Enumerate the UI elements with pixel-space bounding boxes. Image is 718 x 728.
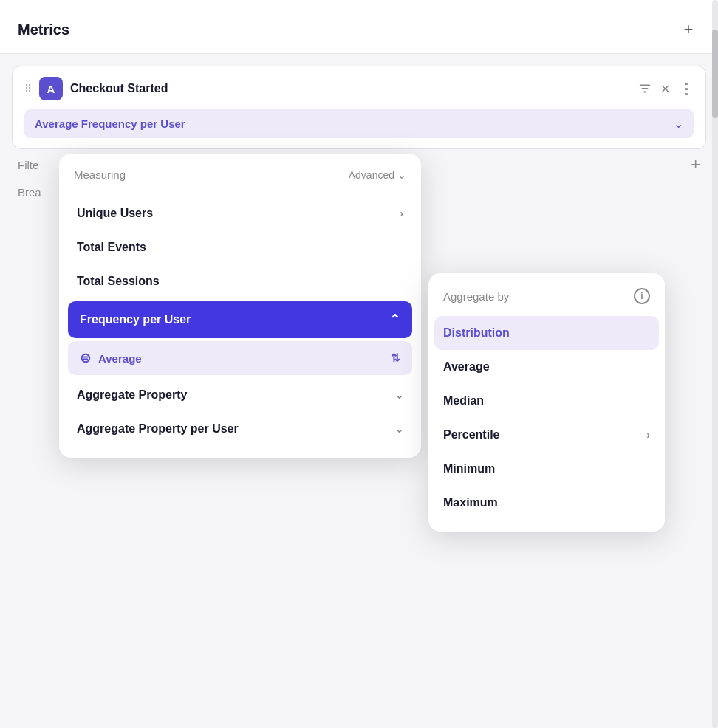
more-icon[interactable]: ⋮ <box>679 80 694 97</box>
menu-item-unique-users[interactable]: Unique Users › <box>59 196 421 230</box>
filter-icon[interactable] <box>638 82 652 95</box>
add-filter-button[interactable]: + <box>691 155 700 174</box>
metric-card-header: ⠿ A Checkout Started ✕ ⋮ <box>24 77 694 100</box>
info-icon[interactable]: i <box>634 288 650 304</box>
maximum-label: Maximum <box>443 496 498 509</box>
average-sub-label: Average <box>98 352 142 365</box>
measuring-dropdown: Measuring Advanced ⌄ Unique Users › Tota… <box>59 154 421 458</box>
unique-users-label: Unique Users <box>77 207 153 220</box>
add-filter-icon: + <box>691 155 700 174</box>
metrics-title: Metrics <box>18 21 69 38</box>
menu-item-total-sessions[interactable]: Total Sessions <box>59 264 421 298</box>
main-panel: Metrics + ⠿ A Checkout Started ✕ ⋮ Avera… <box>0 0 718 728</box>
metric-selector-chevron: ⌄ <box>674 117 683 131</box>
metric-selector[interactable]: Average Frequency per User ⌄ <box>24 109 694 138</box>
metric-selector-label: Average Frequency per User <box>35 117 185 130</box>
header-actions: ✕ ⋮ <box>638 80 694 97</box>
percentile-row: Percentile › <box>443 428 650 442</box>
aggregate-property-label: Aggregate Property <box>77 388 187 402</box>
agg-item-percentile[interactable]: Percentile › <box>428 418 665 452</box>
measuring-label: Measuring <box>74 168 126 181</box>
advanced-button[interactable]: Advanced ⌄ <box>349 169 406 181</box>
event-badge: A <box>39 77 63 100</box>
total-sessions-label: Total Sessions <box>77 275 160 288</box>
filters-label: Filte <box>18 159 38 171</box>
distribution-label: Distribution <box>443 326 510 339</box>
agg-item-median[interactable]: Median <box>428 384 665 418</box>
metric-card: ⠿ A Checkout Started ✕ ⋮ Average Frequen… <box>12 66 706 149</box>
advanced-label: Advanced <box>349 169 394 181</box>
right-scrollbar[interactable] <box>712 0 718 728</box>
aggregate-by-label: Aggregate by <box>443 290 509 303</box>
aggregate-property-chevron: ⌄ <box>395 390 403 401</box>
total-events-label: Total Events <box>77 241 146 254</box>
percentile-arrow: › <box>646 429 650 441</box>
minimum-label: Minimum <box>443 462 495 475</box>
add-metric-button[interactable]: + <box>677 18 700 41</box>
aggregate-property-per-user-chevron: ⌄ <box>395 424 403 435</box>
median-label: Median <box>443 394 484 407</box>
metrics-header: Metrics + <box>0 0 718 54</box>
frequency-per-user-label: Frequency per User <box>80 313 191 326</box>
event-name: Checkout Started <box>70 82 631 95</box>
aggregate-property-per-user-label: Aggregate Property per User <box>77 422 239 436</box>
menu-item-total-events[interactable]: Total Events <box>59 230 421 264</box>
scrollbar-thumb[interactable] <box>712 30 718 118</box>
agg-item-average[interactable]: Average <box>428 350 665 384</box>
aggregate-panel: Aggregate by i Distribution Average Medi… <box>428 273 665 532</box>
measuring-header: Measuring Advanced ⌄ <box>59 168 421 193</box>
average-icon: ⊜ <box>80 350 91 366</box>
menu-item-aggregate-property-per-user[interactable]: Aggregate Property per User ⌄ <box>59 412 421 446</box>
agg-item-maximum[interactable]: Maximum <box>428 486 665 520</box>
average-label: Average <box>443 360 490 373</box>
breakdown-label: Brea <box>18 186 41 199</box>
menu-item-frequency-per-user[interactable]: Frequency per User ⌃ <box>68 301 412 338</box>
menu-item-average-sub[interactable]: ⊜ Average ⇅ <box>68 341 412 375</box>
percentile-label: Percentile <box>443 428 499 442</box>
average-sub-chevron[interactable]: ⇅ <box>391 351 400 365</box>
unique-users-arrow: › <box>400 207 403 219</box>
close-icon[interactable]: ✕ <box>660 82 670 96</box>
advanced-chevron: ⌄ <box>397 169 406 181</box>
info-icon-label: i <box>640 291 643 301</box>
agg-item-distribution[interactable]: Distribution <box>434 316 659 350</box>
frequency-chevron-up: ⌃ <box>389 312 400 328</box>
aggregate-header: Aggregate by i <box>428 288 665 316</box>
agg-item-minimum[interactable]: Minimum <box>428 452 665 486</box>
drag-handle-icon[interactable]: ⠿ <box>24 83 32 95</box>
menu-item-aggregate-property[interactable]: Aggregate Property ⌄ <box>59 378 421 412</box>
